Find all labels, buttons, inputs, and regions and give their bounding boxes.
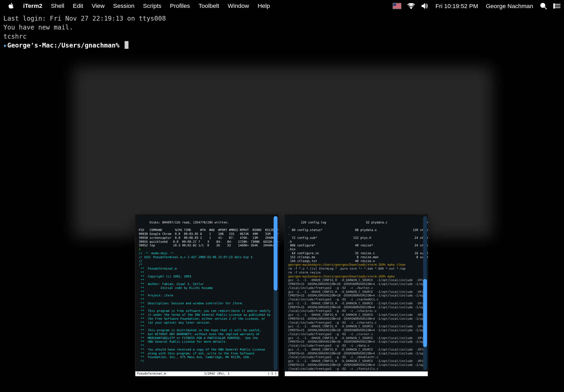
- svg-point-7: [554, 7, 555, 8]
- menu-iterm2[interactable]: iTerm2: [19, 2, 46, 9]
- menu-session[interactable]: Session: [109, 2, 139, 9]
- embedded-terminal-right: 120 config.log 32 ptydata.c 0 xtermcap .…: [284, 214, 428, 377]
- terminal-cursor: [125, 41, 128, 49]
- terminal-output: Last login: Fri Nov 27 22:19:13 on ttys0…: [3, 15, 166, 40]
- svg-point-3: [554, 3, 555, 5]
- spotlight-icon[interactable]: [540, 2, 547, 9]
- menu-window[interactable]: Window: [224, 2, 253, 9]
- embedded-terminals-image: Disks: 804097/12G read, 1354778/28G writ…: [135, 214, 428, 377]
- svg-line-2: [544, 7, 546, 9]
- terminal-prompt: ▸George's-Mac:/Users/gnachman%: [3, 41, 128, 49]
- apple-menu[interactable]: [3, 2, 19, 9]
- wifi-icon[interactable]: [407, 3, 415, 9]
- scrollbar-thumb: [274, 216, 278, 290]
- notification-center-icon[interactable]: [553, 3, 561, 9]
- menu-scripts[interactable]: Scripts: [139, 2, 166, 9]
- menu-profiles[interactable]: Profiles: [166, 2, 194, 9]
- mac-menubar: iTerm2ShellEditViewSessionScriptsProfile…: [0, 0, 564, 11]
- menubar-username[interactable]: George Nachman: [485, 2, 534, 9]
- menu-shell[interactable]: Shell: [47, 2, 69, 9]
- menu-toolbelt[interactable]: Toolbelt: [194, 2, 224, 9]
- input-source-flag-icon[interactable]: [393, 3, 401, 9]
- scrollbar-thumb: [423, 279, 427, 347]
- shell-statusbar: [285, 371, 428, 376]
- svg-point-0: [410, 7, 412, 8]
- svg-point-5: [554, 5, 555, 7]
- vim-statusbar: PseudoTerminal.m 1/2042 (0%), 1 (-1 ): [135, 371, 278, 376]
- menu-edit[interactable]: Edit: [68, 2, 87, 9]
- menubar-clock[interactable]: Fri 10:19:52 PM: [434, 2, 479, 9]
- menu-view[interactable]: View: [87, 2, 109, 9]
- menu-help[interactable]: Help: [253, 2, 274, 9]
- volume-icon[interactable]: [421, 3, 429, 9]
- blurred-background: [73, 66, 492, 237]
- embedded-terminal-left: Disks: 804097/12G read, 1354778/28G writ…: [135, 214, 279, 377]
